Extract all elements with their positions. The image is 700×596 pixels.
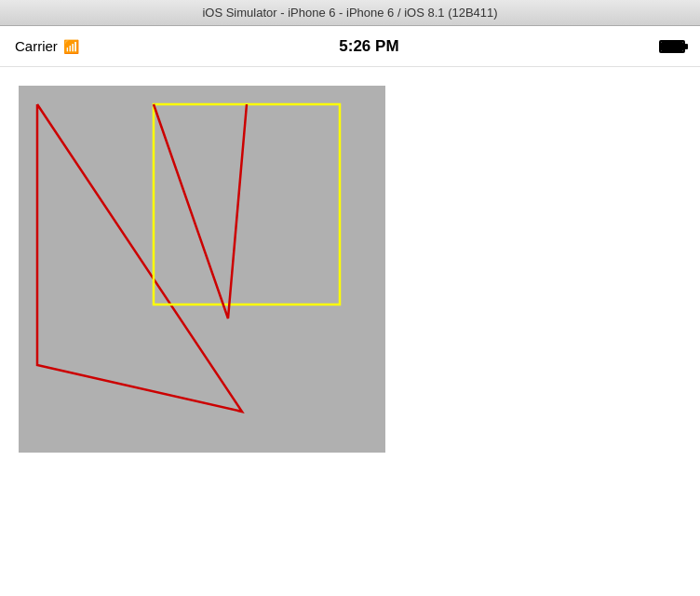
phone-frame: Carrier 📶 5:26 PM <box>0 26 700 596</box>
canvas-area <box>19 86 385 453</box>
app-content <box>0 67 700 596</box>
drawing-canvas <box>19 86 385 453</box>
battery-icon <box>659 40 685 53</box>
red-v-shape <box>154 104 247 318</box>
red-triangle <box>37 104 242 412</box>
wifi-icon: 📶 <box>63 39 79 54</box>
status-right <box>659 40 685 53</box>
battery-fill <box>661 42 683 51</box>
title-bar-label: iOS Simulator - iPhone 6 - iPhone 6 / iO… <box>202 6 497 20</box>
time-display: 5:26 PM <box>339 37 398 56</box>
title-bar: iOS Simulator - iPhone 6 - iPhone 6 / iO… <box>0 0 700 26</box>
status-left: Carrier 📶 <box>15 38 79 54</box>
simulator-window: iOS Simulator - iPhone 6 - iPhone 6 / iO… <box>0 0 700 596</box>
carrier-label: Carrier <box>15 38 58 54</box>
yellow-rect <box>154 104 340 305</box>
status-bar: Carrier 📶 5:26 PM <box>0 26 700 67</box>
